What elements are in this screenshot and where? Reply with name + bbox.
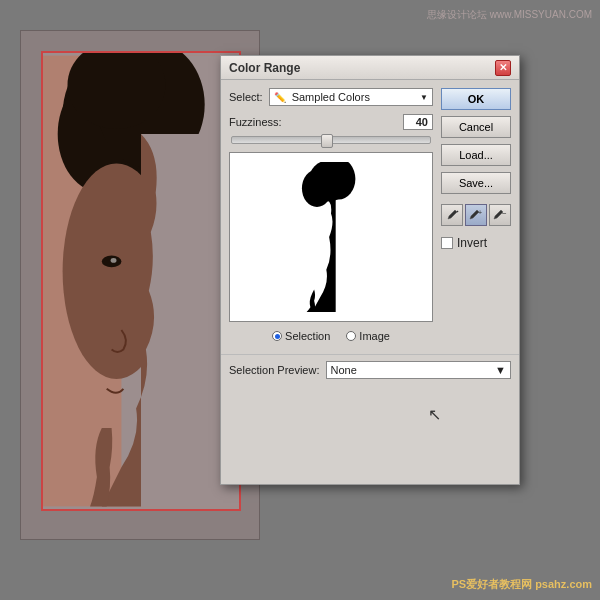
preview-box bbox=[229, 152, 433, 322]
eyedropper-icon: ✏️ bbox=[274, 92, 286, 103]
svg-text:−: − bbox=[502, 209, 507, 218]
cursor-arrow: ↖ bbox=[428, 405, 441, 424]
eyedropper-tool-button[interactable] bbox=[441, 204, 463, 226]
dialog-left-panel: Select: ✏️ Sampled Colors ▼ Fuzziness: 4… bbox=[229, 88, 433, 346]
watermark-bottom: PS爱好者教程网 psahz.com bbox=[451, 577, 592, 592]
dialog-titlebar: Color Range ✕ bbox=[221, 56, 519, 80]
preview-dropdown[interactable]: None ▼ bbox=[326, 361, 512, 379]
eyedropper-tools: + − bbox=[441, 204, 511, 226]
face-image bbox=[43, 53, 239, 509]
preview-dropdown-arrow: ▼ bbox=[495, 364, 506, 376]
svg-text:+: + bbox=[478, 209, 482, 216]
selection-label: Selection bbox=[285, 330, 330, 342]
selection-preview-row: Selection Preview: None ▼ bbox=[221, 354, 519, 385]
fuzziness-value[interactable]: 40 bbox=[403, 114, 433, 130]
save-button[interactable]: Save... bbox=[441, 172, 511, 194]
select-dropdown[interactable]: ✏️ Sampled Colors ▼ bbox=[269, 88, 433, 106]
chevron-down-icon: ▼ bbox=[420, 93, 428, 102]
watermark-top: 思缘设计论坛 www.MISSYUAN.COM bbox=[427, 8, 592, 22]
dialog-title: Color Range bbox=[229, 61, 300, 75]
selection-radio[interactable]: Selection bbox=[272, 330, 330, 342]
select-label: Select: bbox=[229, 91, 263, 103]
load-button[interactable]: Load... bbox=[441, 144, 511, 166]
select-value: Sampled Colors bbox=[292, 91, 370, 103]
svg-line-14 bbox=[457, 211, 458, 212]
cancel-button[interactable]: Cancel bbox=[441, 116, 511, 138]
image-label: Image bbox=[359, 330, 390, 342]
fuzziness-row: Fuzziness: 40 bbox=[229, 114, 433, 130]
preview-value: None bbox=[331, 364, 357, 376]
selection-radio-circle[interactable] bbox=[272, 331, 282, 341]
svg-point-9 bbox=[111, 258, 117, 263]
color-range-dialog: Color Range ✕ Select: ✏️ Sampled Colors … bbox=[220, 55, 520, 485]
image-radio[interactable]: Image bbox=[346, 330, 390, 342]
close-button[interactable]: ✕ bbox=[495, 60, 511, 76]
slider-track bbox=[231, 136, 431, 144]
ok-button[interactable]: OK bbox=[441, 88, 511, 110]
fuzziness-label: Fuzziness: bbox=[229, 116, 403, 128]
radio-row: Selection Image bbox=[229, 330, 433, 342]
subtract-eyedropper-icon: − bbox=[493, 208, 507, 222]
select-row: Select: ✏️ Sampled Colors ▼ bbox=[229, 88, 433, 106]
slider-thumb[interactable] bbox=[321, 134, 333, 148]
dialog-right-panel: OK Cancel Load... Save... + bbox=[441, 88, 511, 346]
image-radio-circle[interactable] bbox=[346, 331, 356, 341]
photo-panel bbox=[41, 51, 241, 511]
invert-label: Invert bbox=[457, 236, 487, 250]
invert-row: Invert bbox=[441, 236, 511, 250]
preview-row-label: Selection Preview: bbox=[229, 364, 320, 376]
preview-silhouette bbox=[291, 162, 371, 312]
invert-checkbox[interactable] bbox=[441, 237, 453, 249]
subtract-eyedropper-button[interactable]: − bbox=[489, 204, 511, 226]
add-eyedropper-button[interactable]: + bbox=[465, 204, 487, 226]
fuzziness-slider[interactable] bbox=[229, 136, 433, 144]
eyedropper-icon bbox=[445, 208, 459, 222]
dialog-body: Select: ✏️ Sampled Colors ▼ Fuzziness: 4… bbox=[221, 80, 519, 354]
add-eyedropper-icon: + bbox=[469, 208, 483, 222]
